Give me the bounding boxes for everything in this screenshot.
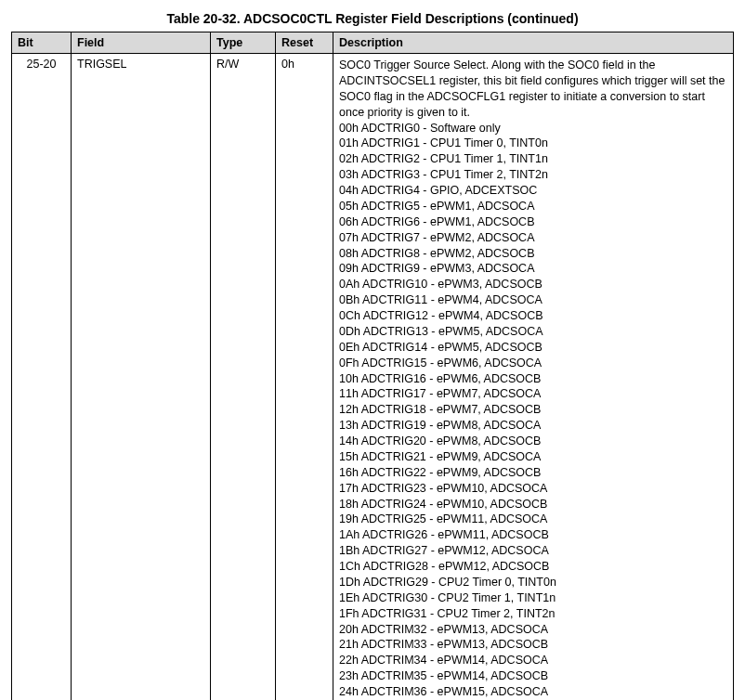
cell-field: TRIGSEL (72, 54, 211, 701)
col-header-type: Type (211, 32, 276, 54)
table-title: Table 20-32. ADCSOC0CTL Register Field D… (11, 11, 734, 26)
table-header-row: Bit Field Type Reset Description (12, 32, 734, 54)
cell-type: R/W (211, 54, 276, 701)
col-header-description: Description (333, 32, 734, 54)
col-header-field: Field (72, 32, 211, 54)
cell-reset: 0h (276, 54, 333, 701)
cell-description: SOC0 Trigger Source Select. Along with t… (333, 54, 734, 701)
col-header-bit: Bit (12, 32, 72, 54)
register-field-table: Bit Field Type Reset Description 25-20 T… (11, 32, 734, 700)
cell-bit: 25-20 (12, 54, 72, 701)
table-row: 25-20 TRIGSEL R/W 0h SOC0 Trigger Source… (12, 54, 734, 701)
description-text: SOC0 Trigger Source Select. Along with t… (339, 58, 727, 700)
col-header-reset: Reset (276, 32, 333, 54)
